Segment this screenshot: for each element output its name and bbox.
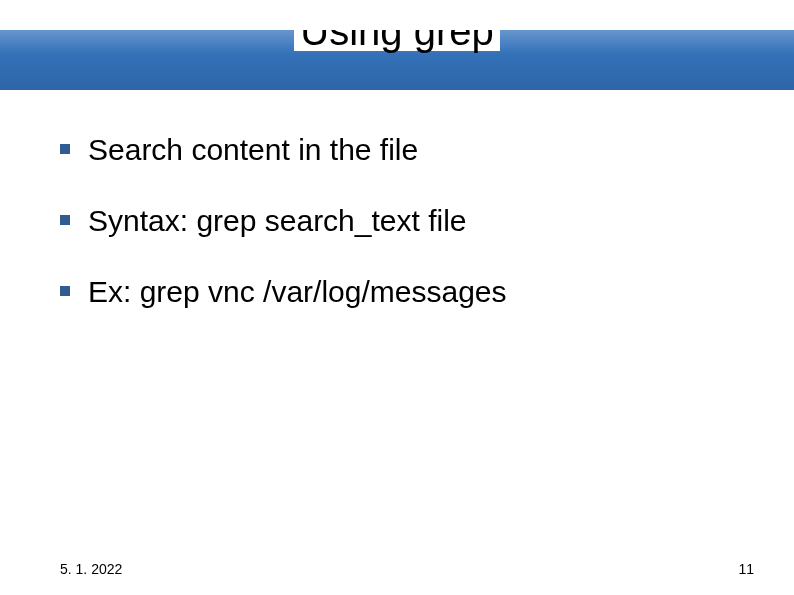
content-area: Search content in the file Syntax: grep … — [0, 90, 794, 311]
title-band: Using grep — [0, 0, 794, 90]
bullet-text: Search content in the file — [88, 130, 418, 169]
bullet-marker-icon — [60, 286, 70, 296]
bullet-item: Search content in the file — [60, 130, 754, 169]
bullet-item: Ex: grep vnc /var/log/messages — [60, 272, 754, 311]
bullet-marker-icon — [60, 215, 70, 225]
footer-date: 5. 1. 2022 — [60, 561, 122, 577]
bullet-text: Ex: grep vnc /var/log/messages — [88, 272, 507, 311]
bullet-item: Syntax: grep search_text file — [60, 201, 754, 240]
footer: 5. 1. 2022 11 — [0, 561, 794, 577]
footer-page-number: 11 — [738, 561, 754, 577]
bullet-text: Syntax: grep search_text file — [88, 201, 467, 240]
title-white-backdrop — [0, 0, 794, 30]
bullet-marker-icon — [60, 144, 70, 154]
